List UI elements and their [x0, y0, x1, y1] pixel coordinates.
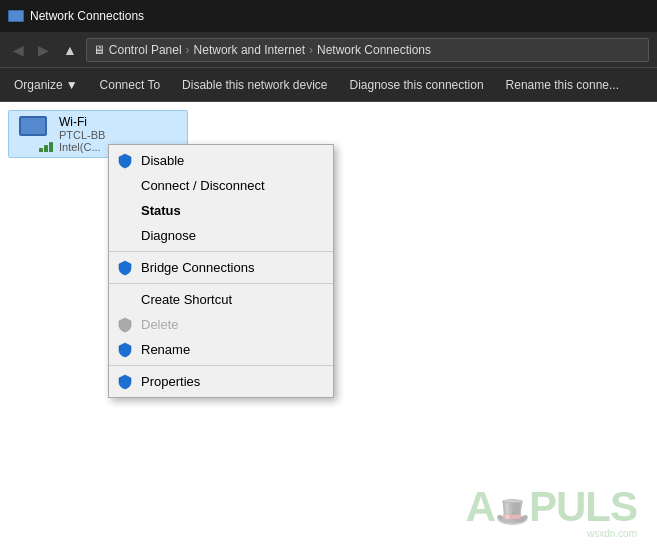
- context-create-shortcut[interactable]: Create Shortcut: [109, 287, 333, 312]
- separator-3: [109, 365, 333, 366]
- wifi-name: Wi-Fi: [59, 115, 105, 129]
- diagnose-label: Diagnose: [141, 228, 196, 243]
- window-title: Network Connections: [30, 9, 144, 23]
- connect-disconnect-label: Connect / Disconnect: [141, 178, 265, 193]
- shield-icon-properties: [117, 374, 133, 390]
- connect-to-label: Connect To: [100, 78, 161, 92]
- context-disable[interactable]: Disable: [109, 148, 333, 173]
- address-bar: ◀ ▶ ▲ 🖥 Control Panel › Network and Inte…: [0, 32, 657, 68]
- context-diagnose[interactable]: Diagnose: [109, 223, 333, 248]
- status-label: Status: [141, 203, 181, 218]
- diagnose-button[interactable]: Diagnose this connection: [340, 74, 494, 96]
- create-shortcut-label: Create Shortcut: [141, 292, 232, 307]
- breadcrumb-current[interactable]: Network Connections: [317, 43, 431, 57]
- title-bar-icon: [8, 10, 24, 22]
- sep1: ›: [186, 43, 190, 57]
- bridge-label: Bridge Connections: [141, 260, 254, 275]
- watermark-logo: A🎩PULS: [466, 486, 637, 528]
- organize-dropdown-icon: ▼: [66, 78, 78, 92]
- shield-icon-delete: [117, 317, 133, 333]
- disable-device-button[interactable]: Disable this network device: [172, 74, 337, 96]
- disable-label: Disable this network device: [182, 78, 327, 92]
- breadcrumb-cp[interactable]: Control Panel: [109, 43, 182, 57]
- breadcrumb[interactable]: 🖥 Control Panel › Network and Internet ›…: [86, 38, 649, 62]
- rename-button[interactable]: Rename this conne...: [496, 74, 629, 96]
- organize-button[interactable]: Organize ▼: [4, 74, 88, 96]
- main-content: Wi-Fi PTCL-BB Intel(C... Disable Connect…: [0, 102, 657, 559]
- wifi-item-details: Wi-Fi PTCL-BB Intel(C...: [59, 115, 105, 153]
- context-bridge[interactable]: Bridge Connections: [109, 255, 333, 280]
- watermark: A🎩PULS wsxdn.com: [466, 486, 637, 539]
- back-button[interactable]: ◀: [8, 40, 29, 60]
- context-menu: Disable Connect / Disconnect Status Diag…: [108, 144, 334, 398]
- context-status[interactable]: Status: [109, 198, 333, 223]
- title-bar: Network Connections: [0, 0, 657, 32]
- breadcrumb-icon: 🖥: [93, 43, 105, 57]
- sep2: ›: [309, 43, 313, 57]
- delete-label: Delete: [141, 317, 179, 332]
- context-rename[interactable]: Rename: [109, 337, 333, 362]
- context-connect-disconnect[interactable]: Connect / Disconnect: [109, 173, 333, 198]
- shield-icon-disable: [117, 153, 133, 169]
- up-button[interactable]: ▲: [58, 40, 82, 60]
- separator-2: [109, 283, 333, 284]
- disable-label: Disable: [141, 153, 184, 168]
- forward-button[interactable]: ▶: [33, 40, 54, 60]
- wifi-icon: [17, 116, 53, 152]
- connect-to-button[interactable]: Connect To: [90, 74, 171, 96]
- context-properties[interactable]: Properties: [109, 369, 333, 394]
- organize-label: Organize: [14, 78, 63, 92]
- toolbar: Organize ▼ Connect To Disable this netwo…: [0, 68, 657, 102]
- wifi-adapter: Intel(C...: [59, 141, 105, 153]
- rename-label: Rename: [141, 342, 190, 357]
- wifi-ssid: PTCL-BB: [59, 129, 105, 141]
- rename-label: Rename this conne...: [506, 78, 619, 92]
- shield-icon-rename: [117, 342, 133, 358]
- separator-1: [109, 251, 333, 252]
- shield-icon-bridge: [117, 260, 133, 276]
- properties-label: Properties: [141, 374, 200, 389]
- file-area: Wi-Fi PTCL-BB Intel(C... Disable Connect…: [0, 102, 657, 559]
- context-delete: Delete: [109, 312, 333, 337]
- breadcrumb-net[interactable]: Network and Internet: [194, 43, 305, 57]
- diagnose-label: Diagnose this connection: [350, 78, 484, 92]
